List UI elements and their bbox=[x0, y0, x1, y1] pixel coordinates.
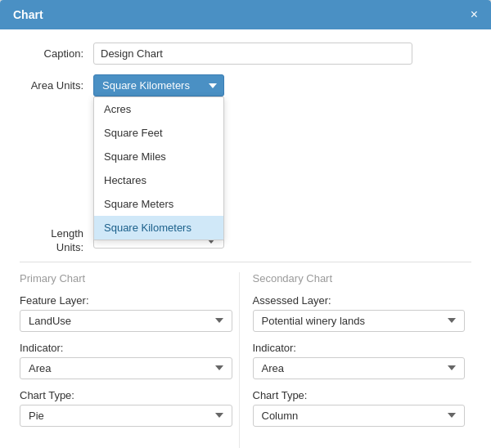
area-units-menu: Acres Square Feet Square Miles Hectares … bbox=[93, 96, 224, 240]
primary-feature-layer-value: LandUse bbox=[29, 315, 71, 327]
length-units-label: LengthUnits: bbox=[20, 227, 93, 255]
chart-dialog: Chart × Caption: Area Units: Square Kilo… bbox=[0, 0, 491, 448]
primary-indicator-value: Area bbox=[29, 362, 51, 374]
dropdown-item-sqmeters[interactable]: Square Meters bbox=[94, 192, 223, 216]
dialog-title: Chart bbox=[13, 8, 43, 21]
primary-feature-layer-group: Feature Layer: LandUse bbox=[20, 294, 232, 332]
caption-input[interactable] bbox=[93, 43, 412, 65]
secondary-assessed-layer-group: Assessed Layer: Potential winery lands bbox=[253, 294, 466, 332]
secondary-chart-type-label: Chart Type: bbox=[253, 389, 466, 401]
primary-feature-layer-dropdown[interactable]: LandUse bbox=[20, 310, 232, 332]
secondary-chart-section: Secondary Chart Assessed Layer: Potentia… bbox=[239, 272, 472, 448]
primary-chart-type-group: Chart Type: Pie bbox=[20, 389, 232, 427]
dialog-header: Chart × bbox=[0, 0, 491, 29]
primary-chart-section: Primary Chart Feature Layer: LandUse Ind… bbox=[20, 272, 239, 448]
secondary-indicator-group: Indicator: Area bbox=[253, 342, 466, 379]
primary-indicator-label: Indicator: bbox=[20, 342, 232, 354]
secondary-assessed-layer-label: Assessed Layer: bbox=[253, 294, 466, 307]
area-units-dropdown[interactable]: Square Kilometers bbox=[93, 74, 224, 96]
dropdown-item-acres[interactable]: Acres bbox=[94, 97, 223, 121]
secondary-assessed-layer-dropdown[interactable]: Potential winery lands bbox=[253, 310, 466, 332]
primary-indicator-dropdown[interactable]: Area bbox=[20, 357, 232, 379]
secondary-chart-type-dropdown[interactable]: Column bbox=[253, 405, 466, 427]
dropdown-item-hectares[interactable]: Hectares bbox=[94, 168, 223, 192]
caption-row: Caption: bbox=[20, 43, 471, 65]
primary-chart-type-label: Chart Type: bbox=[20, 389, 232, 401]
charts-row: Primary Chart Feature Layer: LandUse Ind… bbox=[20, 272, 471, 448]
area-units-label: Area Units: bbox=[20, 79, 93, 92]
primary-indicator-group: Indicator: Area bbox=[20, 342, 232, 379]
primary-chart-title: Primary Chart bbox=[20, 272, 232, 284]
dropdown-item-sqkm[interactable]: Square Kilometers bbox=[94, 216, 223, 240]
dropdown-item-sqfeet[interactable]: Square Feet bbox=[94, 121, 223, 145]
secondary-chart-type-value: Column bbox=[262, 410, 299, 422]
length-units-row: LengthUnits: bbox=[20, 227, 471, 255]
section-divider bbox=[20, 262, 471, 262]
secondary-assessed-layer-value: Potential winery lands bbox=[262, 315, 365, 327]
secondary-chart-type-group: Chart Type: Column bbox=[253, 389, 466, 427]
secondary-chart-title: Secondary Chart bbox=[253, 272, 466, 284]
area-units-dropdown-wrapper: Square Kilometers Acres Square Feet Squa… bbox=[93, 74, 224, 96]
area-units-row: Area Units: Square Kilometers Acres Squa… bbox=[20, 74, 471, 96]
dialog-body: Caption: Area Units: Square Kilometers A… bbox=[0, 29, 491, 448]
primary-feature-layer-label: Feature Layer: bbox=[20, 294, 232, 307]
dropdown-item-sqmiles[interactable]: Square Miles bbox=[94, 145, 223, 168]
secondary-indicator-dropdown[interactable]: Area bbox=[253, 357, 466, 379]
secondary-indicator-value: Area bbox=[262, 362, 284, 374]
primary-chart-type-value: Pie bbox=[29, 410, 44, 422]
secondary-indicator-label: Indicator: bbox=[253, 342, 466, 354]
close-icon[interactable]: × bbox=[471, 8, 478, 21]
primary-chart-type-dropdown[interactable]: Pie bbox=[20, 405, 232, 427]
caption-label: Caption: bbox=[20, 47, 93, 60]
